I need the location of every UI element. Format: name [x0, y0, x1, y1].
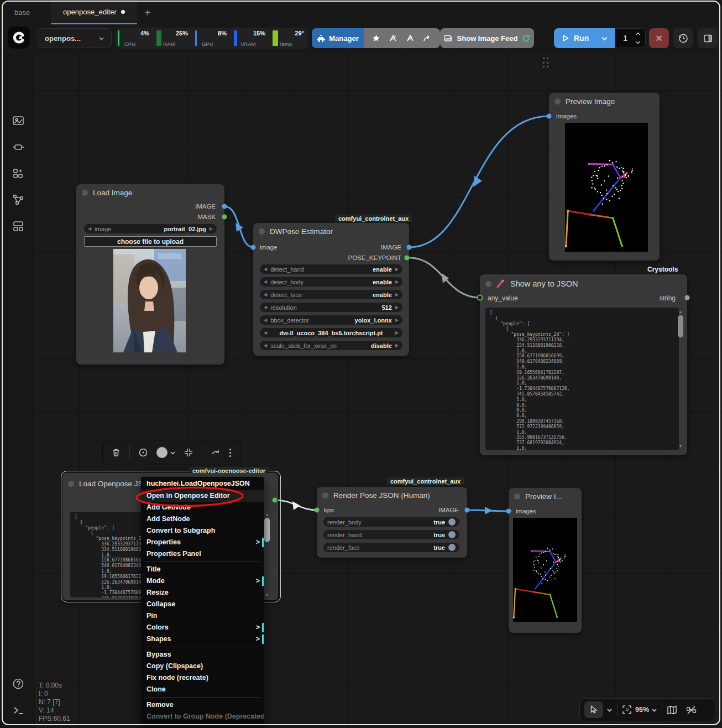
- menu-item-shapes[interactable]: Shapes>: [141, 633, 264, 645]
- menu-item-bypass[interactable]: Bypass: [141, 649, 264, 661]
- batch-count-input[interactable]: 1: [615, 28, 646, 48]
- manager-button[interactable]: Manager: [312, 28, 364, 48]
- menu-item-fix-node[interactable]: Fix node (recreate): [141, 672, 264, 684]
- menu-item-add-getnode[interactable]: Add GetNode: [141, 502, 264, 513]
- menu-item-add-setnode[interactable]: Add SetNode: [141, 513, 264, 525]
- widget-detect-face[interactable]: ◀detect_faceenable▶: [260, 290, 402, 299]
- share-icon[interactable]: [423, 34, 432, 43]
- input-port-images[interactable]: [506, 509, 511, 514]
- menu-item-collapse[interactable]: Collapse: [141, 599, 264, 610]
- combo-prev-icon[interactable]: ◀: [264, 280, 267, 284]
- missing-nodes-icon[interactable]: [406, 34, 415, 43]
- tool-chevron-icon[interactable]: [606, 707, 613, 713]
- menu-item-colors[interactable]: Colors>: [141, 622, 264, 633]
- widget-render-body[interactable]: render_body true: [323, 517, 459, 527]
- image-combo-widget[interactable]: ◀ image portrait_02.jpg ▶: [84, 224, 217, 233]
- input-port-images[interactable]: [547, 114, 552, 119]
- toggle-panel-button[interactable]: [698, 28, 718, 48]
- input-port-image[interactable]: [251, 245, 256, 250]
- combo-prev-icon[interactable]: ◀: [264, 331, 267, 335]
- toggle-render-body[interactable]: [448, 518, 456, 526]
- scroll-up-icon[interactable]: ▲: [264, 512, 270, 516]
- combo-next-icon[interactable]: ▶: [395, 280, 399, 284]
- toggle-render-hand[interactable]: [448, 531, 456, 538]
- output-port-pose-json[interactable]: [273, 498, 278, 503]
- cancel-run-button[interactable]: ✕: [649, 28, 669, 48]
- node-collapse-dot[interactable]: [554, 98, 561, 105]
- widget-scale-stick[interactable]: ◀scale_stick_for_xinsr_cndisable▶: [260, 341, 402, 350]
- scroll-thumb[interactable]: [264, 518, 270, 542]
- terminal-icon[interactable]: [9, 701, 27, 719]
- widget-pose-estimator[interactable]: ◀dw-ll_ucoco_384_bs5.torchscript.pt▶: [260, 328, 402, 337]
- toggle-links-icon[interactable]: [686, 705, 697, 715]
- run-options-chevron-icon[interactable]: [601, 35, 608, 42]
- widget-detect-hand[interactable]: ◀detect_handenable▶: [260, 264, 402, 274]
- more-options-icon[interactable]: [229, 448, 232, 457]
- choose-file-button[interactable]: choose file to upload: [84, 236, 217, 247]
- menu-item-copy-clipspace[interactable]: Copy (Clipspace): [141, 661, 264, 672]
- menu-item-pin[interactable]: Pin: [141, 610, 264, 622]
- output-port-image[interactable]: [407, 245, 412, 250]
- menu-item-properties[interactable]: Properties>: [141, 537, 264, 548]
- workflows-icon[interactable]: [9, 191, 27, 209]
- output-port-mask[interactable]: [222, 215, 227, 220]
- widget-resolution[interactable]: ◀resolution512▶: [260, 303, 402, 312]
- menu-item-clone[interactable]: Clone: [141, 684, 264, 695]
- stepper-down-icon[interactable]: [635, 40, 641, 45]
- fit-view-icon[interactable]: [622, 705, 632, 715]
- run-button[interactable]: Run: [554, 28, 615, 48]
- widget-bbox-detector[interactable]: ◀bbox_detectoryolox_l.onnx▶: [260, 315, 402, 325]
- zoom-level[interactable]: 95%: [635, 706, 649, 714]
- media-assets-icon[interactable]: [9, 112, 27, 129]
- toggle-render-face[interactable]: [448, 544, 456, 551]
- openpose-json-scrollbar[interactable]: ▲ ▼: [264, 512, 270, 597]
- menu-item-convert-to-subgraph[interactable]: Convert to Subgraph: [141, 525, 264, 537]
- node-library-icon[interactable]: [9, 138, 27, 156]
- collapse-node-icon[interactable]: [184, 448, 193, 457]
- widget-detect-body[interactable]: ◀detect_bodyenable▶: [260, 277, 402, 287]
- node-collapse-dot[interactable]: [514, 493, 520, 500]
- custom-nodes-icon[interactable]: [389, 34, 397, 43]
- combo-next-icon[interactable]: ▶: [210, 227, 213, 231]
- menu-item-open-in-openpose-editor[interactable]: Open in Openpose Editor: [141, 490, 264, 502]
- node-collapse-dot[interactable]: [322, 492, 328, 498]
- combo-prev-icon[interactable]: ◀: [264, 267, 267, 272]
- combo-prev-icon[interactable]: ◀: [264, 305, 267, 310]
- color-swatch[interactable]: [156, 447, 168, 458]
- star-icon[interactable]: [372, 34, 380, 43]
- menu-item-title[interactable]: Title: [141, 564, 264, 575]
- input-port-any-value[interactable]: [477, 295, 483, 301]
- output-port-string[interactable]: [685, 295, 690, 300]
- combo-prev-icon[interactable]: ◀: [88, 227, 91, 231]
- show-image-feed-button[interactable]: Show Image Feed: [440, 28, 534, 48]
- combo-next-icon[interactable]: ▶: [395, 267, 399, 272]
- output-port-image[interactable]: [465, 508, 470, 513]
- drag-grip-icon[interactable]: [543, 58, 550, 69]
- help-icon[interactable]: [9, 675, 27, 693]
- json-scrollbar[interactable]: ▲ ▼: [677, 309, 684, 449]
- minimap-icon[interactable]: [667, 705, 677, 715]
- combo-prev-icon[interactable]: ◀: [264, 344, 267, 348]
- history-button[interactable]: [673, 28, 693, 48]
- workflow-selector[interactable]: openpos...: [38, 28, 112, 48]
- combo-prev-icon[interactable]: ◀: [264, 318, 267, 323]
- stepper-up-icon[interactable]: [635, 32, 641, 36]
- scroll-thumb[interactable]: [678, 315, 683, 337]
- widget-render-face[interactable]: render_face true: [323, 543, 459, 552]
- templates-icon[interactable]: [9, 217, 27, 235]
- json-output-textarea[interactable]: [ { "people": [ { "pose_keypoints_2d": […: [485, 308, 679, 450]
- combo-next-icon[interactable]: ▶: [395, 318, 399, 323]
- menu-item-remove[interactable]: Remove: [141, 699, 264, 711]
- zoom-chevron-icon[interactable]: [651, 707, 657, 713]
- combo-next-icon[interactable]: ▶: [395, 305, 399, 310]
- node-color-picker[interactable]: [156, 447, 176, 458]
- output-port-pose-keypoint[interactable]: [405, 256, 410, 261]
- combo-next-icon[interactable]: ▶: [395, 293, 399, 297]
- new-tab-button[interactable]: +: [140, 6, 155, 20]
- model-library-icon[interactable]: [9, 165, 27, 183]
- node-collapse-dot[interactable]: [259, 228, 265, 235]
- scroll-down-icon[interactable]: ▼: [264, 593, 270, 597]
- combo-prev-icon[interactable]: ◀: [264, 293, 267, 297]
- combo-next-icon[interactable]: ▶: [395, 331, 399, 335]
- node-collapse-dot[interactable]: [68, 481, 74, 487]
